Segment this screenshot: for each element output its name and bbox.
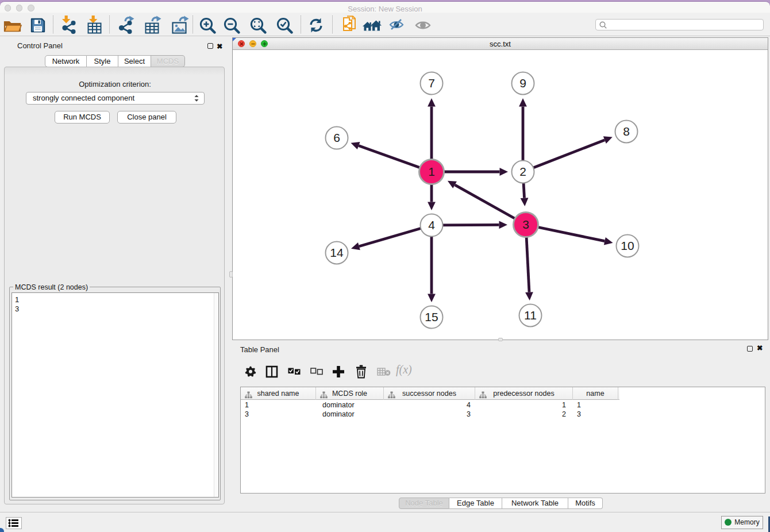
svg-text:14: 14 xyxy=(330,246,344,259)
svg-text:2: 2 xyxy=(519,165,526,178)
svg-text:6: 6 xyxy=(333,131,340,144)
svg-text:3: 3 xyxy=(522,218,529,231)
svg-text:9: 9 xyxy=(519,76,526,90)
svg-text:10: 10 xyxy=(621,239,634,252)
svg-text:7: 7 xyxy=(428,76,435,90)
svg-text:1: 1 xyxy=(428,165,435,178)
svg-text:15: 15 xyxy=(425,310,438,323)
svg-text:11: 11 xyxy=(524,309,537,322)
svg-text:4: 4 xyxy=(428,218,435,232)
svg-text:8: 8 xyxy=(623,125,630,138)
